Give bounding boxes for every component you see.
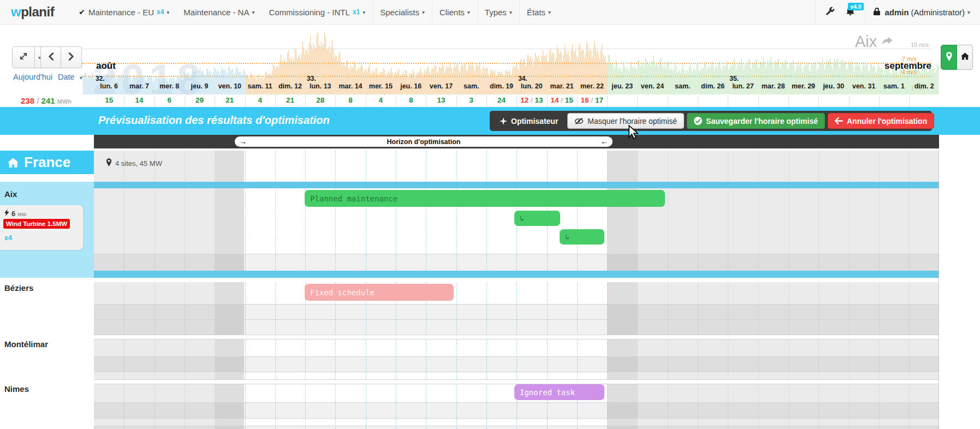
sauvegarder-l-horaire-optimis--button[interactable]: Sauvegarder l'horaire optimisé — [687, 113, 825, 129]
station-header: Aix — [855, 33, 893, 51]
column-gridline — [275, 151, 276, 429]
expand-diagonal-icon — [19, 52, 28, 63]
chevron-down-icon: ▾ — [252, 9, 254, 15]
menu-item-label: États — [527, 8, 545, 17]
day-label: sam. — [456, 82, 486, 90]
sidebar-site-montelimar[interactable]: Montélimar — [4, 339, 48, 349]
today-link[interactable]: Aujourd'hui — [13, 73, 52, 81]
expand-range-button[interactable] — [12, 46, 35, 68]
arrow-right-icon[interactable]: → — [239, 136, 247, 147]
menu-item-label: Commissioning - INTL — [269, 8, 349, 17]
sidebar-site-beziers[interactable]: Béziers — [4, 283, 33, 293]
day-value: 14 / 15 — [547, 96, 577, 104]
column-gridline — [728, 151, 728, 429]
row-border — [94, 426, 939, 426]
optimization-horizon-bar[interactable]: → Horizon d'optimisation ← — [235, 136, 613, 147]
compass-icon — [500, 117, 507, 125]
pre-horizon-shade — [215, 151, 244, 429]
menu-item-label: Clients — [439, 8, 465, 17]
masquer-l-horaire-optimis--button[interactable]: Masquer l'horaire optimisé — [567, 113, 684, 129]
site-group-strip[interactable] — [94, 182, 939, 188]
menu-item-types[interactable]: Types▾ — [477, 0, 519, 25]
week-number-label: 35. — [729, 75, 739, 82]
button-label: Optimisateur — [511, 117, 558, 126]
main-menu: ✔Maintenance - EUx4▾Maintenance - NA▾Com… — [72, 0, 558, 25]
sidebar-site-nimes[interactable]: Nimes — [4, 384, 29, 394]
site-capacity-unit: MW — [17, 212, 26, 217]
refresh-icon[interactable] — [881, 33, 893, 51]
menu-item-commissioning-intl[interactable]: Commissioning - INTLx1▾ — [262, 0, 372, 25]
app-logo[interactable]: wplanif — [11, 4, 54, 20]
scroll-right-button[interactable] — [61, 46, 82, 68]
home-icon — [8, 158, 19, 168]
day-label: jeu. 30 — [818, 82, 848, 90]
arrow-left-icon[interactable]: ← — [601, 136, 608, 147]
row-border — [94, 379, 939, 380]
scroll-left-button[interactable] — [40, 46, 61, 68]
day-value: 6 — [155, 96, 185, 104]
day-label: sam. — [668, 82, 698, 90]
logo-rest: planif — [21, 4, 54, 19]
divider — [815, 0, 816, 25]
day-label: ven. 24 — [637, 82, 667, 90]
notifications-button[interactable]: v4.0 — [840, 0, 860, 25]
column-gridline — [124, 151, 124, 429]
lightning-icon — [4, 208, 9, 218]
site-group-strip[interactable] — [94, 271, 939, 278]
menu-item-maintenance-eu[interactable]: ✔Maintenance - EUx4▾ — [72, 0, 176, 25]
menu-item-clients[interactable]: Clients▾ — [432, 0, 477, 25]
month-label-september: septembre — [792, 61, 931, 72]
settings-wrench-button[interactable] — [820, 0, 840, 25]
optimization-banner: Prévisualisation des résultats d'optimis… — [0, 107, 980, 135]
column-gridline — [818, 151, 819, 429]
axis-tick — [879, 96, 880, 107]
column-gridline — [879, 151, 880, 429]
day-value: 21 — [215, 96, 245, 104]
menu-item-count-badge: x4 — [157, 8, 164, 16]
planned-maintenance[interactable]: Planned maintenance — [305, 190, 665, 207]
menu-item--tats[interactable]: États▾ — [519, 0, 558, 25]
axis-tick — [788, 96, 789, 107]
annuler-l-optimisation-button[interactable]: Annuler l'optimisation — [828, 113, 934, 129]
day-value: 15 — [94, 96, 124, 104]
axis-tick — [728, 96, 728, 107]
linked-subtask-1[interactable]: ↳ — [514, 211, 560, 226]
day-label: dim. 26 — [698, 82, 728, 90]
week-number-label: 34. — [518, 75, 527, 82]
axis-tick — [909, 96, 910, 107]
fixed-schedule[interactable]: Fixed schedule — [305, 284, 454, 301]
day-label: mar. 28 — [758, 82, 788, 90]
turbine-count[interactable]: x4 — [4, 234, 12, 242]
day-label: jeu. 9 — [185, 82, 215, 90]
month-label-august: août — [96, 61, 116, 72]
sidebar-site-aix[interactable]: Aix — [4, 189, 17, 199]
day-label: lun. 6 — [94, 82, 124, 90]
axis-tick — [668, 96, 668, 107]
day-label: sam. 11 — [245, 82, 275, 90]
sidebar-country-header[interactable]: France — [0, 151, 94, 174]
forecast-timeline: ▾ Aujourd'hui Date ▾ 238 / 241 MWh 2018 … — [0, 25, 980, 107]
optimisateur-button[interactable]: Optimisateur — [493, 113, 565, 129]
row-border — [94, 254, 939, 254]
day-value: 12 / 13 — [516, 96, 547, 104]
menu-item-maintenance-na[interactable]: Maintenance - NA▾ — [176, 0, 262, 25]
date-dropdown[interactable]: Date ▾ — [58, 73, 82, 81]
menu-item-specialists[interactable]: Specialists▾ — [372, 0, 432, 25]
week-number-label: 32. — [96, 75, 105, 82]
date-label: Date — [58, 73, 75, 81]
ignored-task[interactable]: Ignored task — [514, 384, 604, 400]
linked-subtask-2[interactable]: ↳ — [560, 229, 604, 245]
check-icon: ✔ — [79, 8, 85, 16]
row-border — [94, 356, 939, 357]
day-value: 28 — [305, 96, 335, 104]
day-value: 24 — [486, 96, 516, 104]
user-menu[interactable]: admin (Administrator) ▾ — [870, 7, 980, 17]
sites-summary-row: 4 sites, 45 MW — [106, 158, 162, 168]
turbine-type-badge[interactable]: Wind Turbine 1.5MW — [3, 219, 70, 229]
row-border — [94, 339, 939, 339]
menu-item-label: Maintenance - EU — [88, 8, 154, 17]
map-view-button[interactable] — [941, 45, 957, 70]
home-view-button[interactable] — [957, 45, 973, 70]
home-icon — [961, 52, 969, 62]
unavailable-subrow — [94, 356, 939, 372]
